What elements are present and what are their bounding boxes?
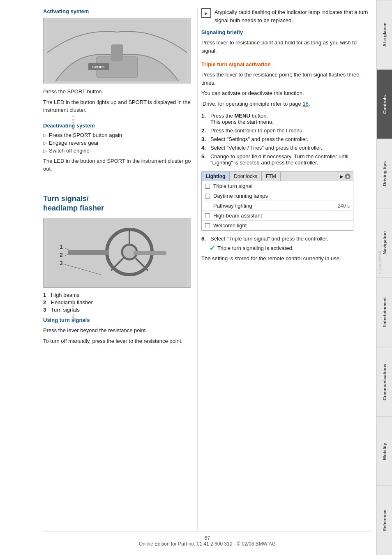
- label-item-3: 3 Turn signals: [43, 307, 195, 313]
- signaling-briefly-text: Press lever to resistance point and hold…: [201, 39, 370, 55]
- step-5: 5. Change to upper field if necessary. T…: [201, 153, 370, 166]
- menu-row-triple-turn: Triple turn signal: [202, 181, 353, 191]
- using-turn-signals-para2: To turn off manually, press the lever to…: [43, 337, 195, 345]
- triple-signal-para1: Press the lever to the resistance point;…: [201, 71, 370, 87]
- menu-row-welcome: Welcome light: [202, 221, 353, 230]
- activating-para2: The LED in the button lights up and SPOR…: [43, 98, 195, 114]
- triple-signal-idrive: iDrive, for operating principle refer to…: [201, 100, 370, 108]
- step-1: 1. Press the MENU button.This opens the …: [201, 113, 370, 125]
- checkbox-highbeam[interactable]: [205, 213, 210, 218]
- component-label-list: 1 High beams 2 Headlamp flasher 3 Turn s…: [43, 292, 195, 313]
- checkbox-daytime[interactable]: [205, 194, 210, 199]
- using-turn-signals-para1: Press the lever beyond the resistance po…: [43, 326, 195, 335]
- sidebar-tab-mobility[interactable]: Mobility: [377, 416, 392, 486]
- footer-text: Online Edition for Part no. 01 41 2 600 …: [139, 541, 276, 547]
- menu-table: Lighting Door locks FTM ▶ ● Triple turn …: [201, 171, 353, 231]
- play-icon: [201, 8, 211, 18]
- activating-system-heading: Activating system: [43, 8, 195, 14]
- deactivating-list: ▷ Press the SPORT button again ▷ Engage …: [43, 132, 195, 154]
- menu-tab-lighting[interactable]: Lighting: [202, 172, 230, 181]
- bullet-arrow-icon: ▷: [43, 133, 46, 138]
- steering-column-image: 1 2 3: [43, 218, 191, 288]
- triple-signal-para2: You can activate or deactivate this func…: [201, 89, 370, 97]
- steps-list: 1. Press the MENU button.This opens the …: [201, 113, 370, 166]
- svg-text:1: 1: [60, 243, 63, 250]
- activating-para1: Press the SPORT button.: [43, 88, 195, 96]
- deactivating-item-1: ▷ Press the SPORT button again: [43, 132, 195, 138]
- page-number: 67: [205, 535, 210, 541]
- bullet-arrow-icon: ▷: [43, 148, 46, 154]
- svg-rect-12: [134, 251, 166, 255]
- sidebar-tab-controls[interactable]: Controls: [377, 69, 392, 139]
- margin-label-img1: VA6CE-PREV: [71, 115, 75, 138]
- car-interior-svg: SPORT: [47, 20, 187, 81]
- svg-rect-2: [111, 44, 123, 61]
- checkbox-welcome[interactable]: [205, 223, 210, 228]
- menu-row-daytime: Daytime running lamps: [202, 191, 353, 201]
- notice-box: Atypically rapid flashing of the indicat…: [201, 8, 370, 24]
- sidebar-tab-entertainment[interactable]: Entertainment: [377, 278, 392, 347]
- footer: 67 Online Edition for Part no. 01 41 2 6…: [43, 532, 371, 547]
- svg-rect-11: [68, 250, 109, 255]
- sidebar-tab-driving-tips[interactable]: Driving tips: [377, 139, 392, 208]
- big-section-title: Turn signals/ headlamp flasher: [43, 194, 195, 213]
- margin-label-img2: VA6AH-14-08: [71, 300, 75, 323]
- svg-text:SPORT: SPORT: [92, 65, 105, 69]
- triple-signal-heading: Triple turn signal activation: [201, 61, 370, 67]
- menu-tab-ftm[interactable]: FTM: [262, 172, 281, 181]
- sidebar-tab-reference[interactable]: Reference: [377, 486, 392, 555]
- confirm-line: ✔ Triple turn signaling is activated.: [210, 244, 370, 252]
- svg-text:3: 3: [60, 260, 63, 266]
- sidebar: At a glance Controls Driving tips Naviga…: [376, 0, 392, 555]
- column-divider: [197, 8, 198, 530]
- deactivating-item-3: ▷ Switch off engine: [43, 148, 195, 154]
- deactivating-para: The LED in the button and SPORT in the i…: [43, 157, 195, 173]
- right-column: Atypically rapid flashing of the indicat…: [201, 8, 370, 265]
- step-3: 3. Select "Settings" and press the contr…: [201, 136, 370, 142]
- menu-header: Lighting Door locks FTM ▶ ●: [202, 172, 353, 181]
- section-divider: [43, 189, 195, 189]
- step-4: 4. Select "Vehicle / Tires" and press th…: [201, 145, 370, 151]
- deactivating-system-heading: Deactivating system: [43, 123, 195, 129]
- bullet-arrow-icon: ▷: [43, 141, 46, 146]
- steering-svg: 1 2 3: [47, 219, 187, 287]
- menu-row-pathway: Pathway lighting 240 s: [202, 201, 353, 211]
- signaling-briefly-heading: Signaling briefly: [201, 29, 370, 35]
- step-2: 2. Press the controller to open the i me…: [201, 127, 370, 134]
- using-turn-signals-heading: Using turn signals: [43, 317, 195, 323]
- svg-text:2: 2: [60, 252, 63, 258]
- final-text: The setting is stored for the remote con…: [201, 254, 370, 263]
- checkmark-icon: ✔: [210, 244, 215, 252]
- deactivating-item-2: ▷ Engage reverse gear: [43, 140, 195, 146]
- left-column: Activating system SPORT VA6CE-PREV Press…: [43, 8, 195, 347]
- checkbox-triple-turn[interactable]: [205, 184, 210, 189]
- label-item-2: 2 Headlamp flasher: [43, 299, 195, 305]
- menu-row-highbeam: High-beam assistant: [202, 211, 353, 221]
- step-6: 6. Select "Triple turn signal" and press…: [201, 236, 370, 242]
- sidebar-tab-communications[interactable]: Communications: [377, 347, 392, 416]
- sidebar-tab-at-a-glance[interactable]: At a glance: [377, 0, 392, 69]
- activating-system-image: SPORT: [43, 18, 191, 83]
- label-item-1: 1 High beams: [43, 292, 195, 298]
- menu-tab-door-locks[interactable]: Door locks: [230, 172, 262, 181]
- menu-nav-icons: ▶ ●: [337, 172, 353, 181]
- margin-label-menu: E7E062bmwh: [378, 251, 382, 274]
